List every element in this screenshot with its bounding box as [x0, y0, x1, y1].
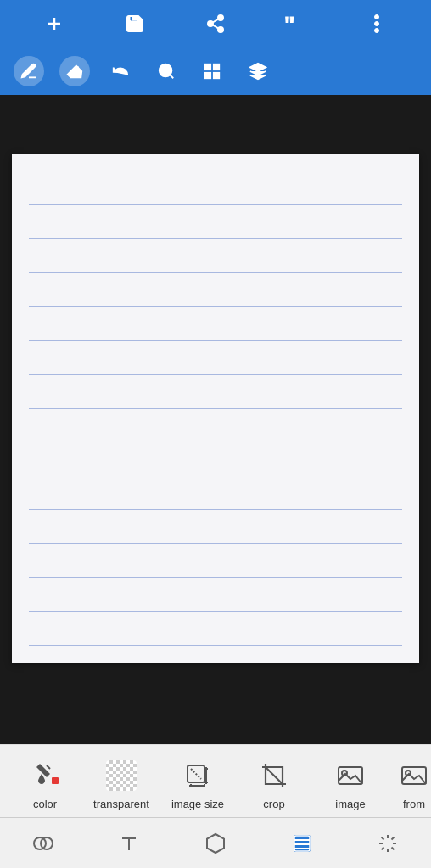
svg-rect-20 [205, 73, 210, 78]
zoom-button[interactable] [151, 56, 182, 86]
color-icon [28, 759, 62, 793]
svg-line-8 [213, 19, 219, 23]
notebook-line [29, 171, 402, 205]
svg-text:": " [284, 14, 294, 34]
svg-point-11 [375, 22, 379, 26]
more-button[interactable] [361, 8, 392, 39]
nav-text[interactable] [108, 822, 150, 865]
crop-tool[interactable]: crop [236, 755, 312, 814]
image-icon [333, 759, 367, 793]
top-toolbar: " [0, 0, 431, 95]
notebook-line [29, 205, 402, 239]
image-size-icon [181, 759, 215, 793]
svg-line-7 [213, 25, 219, 29]
notebook-line [29, 409, 402, 442]
nav-shape[interactable] [194, 822, 237, 865]
bottom-tools-panel: color transparent [0, 744, 431, 817]
pen-button[interactable] [14, 56, 44, 86]
notebook-line [29, 442, 402, 476]
notebook-line [29, 375, 402, 409]
canvas-area[interactable] [0, 95, 431, 722]
notebook-line [29, 510, 402, 544]
svg-rect-3 [132, 16, 137, 20]
transparent-tool[interactable]: transparent [83, 755, 160, 814]
notebook-line [29, 612, 402, 646]
svg-rect-18 [214, 64, 219, 70]
svg-point-6 [218, 27, 223, 32]
svg-rect-17 [205, 64, 210, 70]
notebook-line [29, 307, 402, 341]
crop-label: crop [263, 798, 284, 810]
notebook-line [29, 341, 402, 375]
svg-marker-21 [250, 64, 266, 71]
image-size-tool[interactable]: image size [160, 755, 236, 814]
nav-effects[interactable] [367, 822, 409, 865]
svg-line-30 [191, 769, 201, 779]
eraser-button[interactable] [59, 56, 90, 86]
notebook-line [29, 544, 402, 578]
quote-button[interactable]: " [281, 8, 311, 39]
notebook-page[interactable] [12, 154, 419, 663]
undo-button[interactable] [105, 56, 136, 86]
color-tool[interactable]: color [7, 755, 83, 814]
image-size-label: image size [171, 798, 224, 810]
svg-line-53 [382, 847, 384, 849]
notebook-line [29, 476, 402, 510]
bottom-tools-row: color transparent [0, 745, 431, 817]
image-label: image [335, 798, 365, 810]
svg-point-4 [218, 15, 223, 20]
share-button[interactable] [200, 8, 231, 39]
notebook-line [29, 273, 402, 307]
svg-rect-22 [52, 777, 59, 784]
image-tool[interactable]: image [312, 755, 389, 814]
svg-rect-19 [214, 73, 219, 78]
crop-icon [257, 759, 291, 793]
transparent-label: transparent [93, 798, 149, 810]
svg-line-31 [266, 767, 283, 784]
transparent-icon [104, 759, 138, 793]
nav-circles[interactable] [22, 822, 64, 865]
layers-button[interactable] [243, 56, 273, 86]
nav-layers[interactable] [281, 822, 323, 865]
svg-point-12 [375, 29, 379, 33]
toolbar-row-2 [0, 47, 431, 95]
from-label: from [403, 798, 425, 810]
color-label: color [33, 798, 57, 810]
svg-rect-34 [402, 767, 426, 784]
save-button[interactable] [120, 8, 150, 39]
svg-marker-40 [207, 834, 224, 853]
notebook-line [29, 578, 402, 612]
notebook-line [29, 239, 402, 273]
svg-line-14 [170, 75, 173, 78]
svg-point-10 [375, 15, 379, 19]
svg-rect-32 [339, 767, 362, 784]
svg-rect-2 [131, 25, 139, 31]
svg-point-5 [208, 21, 213, 26]
from-tool[interactable]: from [389, 755, 431, 814]
svg-line-52 [392, 837, 395, 839]
bottom-nav [0, 817, 431, 868]
toolbar-row-1: " [0, 0, 431, 47]
add-button[interactable] [39, 8, 70, 39]
from-icon [397, 759, 431, 793]
svg-line-50 [382, 837, 384, 839]
grid-button[interactable] [197, 56, 227, 86]
svg-line-51 [392, 847, 395, 849]
